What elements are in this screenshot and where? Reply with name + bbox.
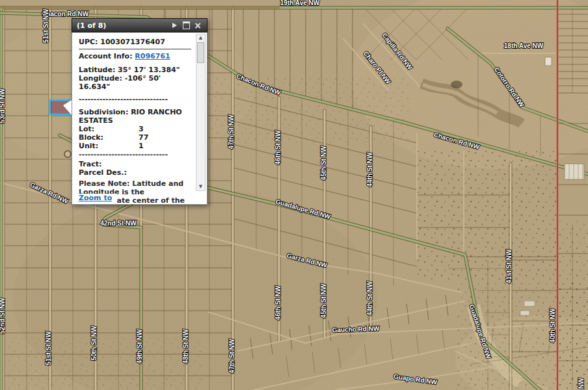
street-label: 18th Ave NW	[504, 42, 544, 49]
next-result-button[interactable]	[170, 21, 179, 30]
popup-body: UPC: 1003071376407 Account Info: R096761…	[72, 32, 207, 205]
unit-value: 1	[139, 142, 144, 150]
maximize-button[interactable]	[181, 21, 191, 30]
street-label: 45th St NW	[320, 146, 327, 180]
scroll-up-icon[interactable]: ▲	[196, 34, 205, 42]
upc-text: UPC: 1003071376407	[79, 38, 191, 46]
popup-tail-pointer	[63, 100, 72, 115]
parcel-des-label: Parcel Des.:	[79, 168, 191, 177]
street-label: 44th St NW	[366, 281, 373, 315]
street-label: 45th St NW	[320, 283, 327, 318]
separator-text: ------------------------------	[79, 95, 191, 103]
street-label: 47th St NW	[228, 339, 235, 373]
street-label: 52nd St NW	[0, 298, 6, 334]
street-label: 51st St NW	[42, 8, 49, 43]
scrollbar-thumb[interactable]	[197, 42, 204, 63]
street-label: 49th St NW	[136, 329, 143, 363]
popup-title-bar[interactable]: (1 of 8) ×	[72, 18, 207, 32]
street-label: 44th St NW	[366, 152, 373, 187]
street-label: 47th St NW	[228, 114, 235, 149]
street-label: 51st St NW	[45, 331, 52, 365]
popup-title: (1 of 8)	[77, 21, 106, 30]
lot-row: Lot:3	[79, 125, 191, 133]
street-label: NW	[578, 378, 585, 389]
maximize-icon	[183, 21, 190, 29]
lot-value: 3	[139, 125, 144, 133]
tract-label: Tract:	[79, 160, 191, 168]
parcel-info-popup: (1 of 8) × UPC: 1003071376407 Account In…	[72, 18, 207, 205]
subdivision-text: Subdivision: RIO RANCHO ESTATES	[79, 108, 191, 125]
street-label: 41st St NW	[505, 249, 513, 283]
divider	[79, 49, 191, 49]
account-info-line: Account Info: R096761	[79, 52, 191, 60]
play-icon	[172, 23, 177, 28]
scroll-down-icon[interactable]: ▼	[196, 183, 205, 190]
close-button[interactable]: ×	[193, 21, 202, 30]
street-label: 40th St NW	[549, 308, 556, 343]
latitude-text: Latitude: 35° 17' 13.384"	[79, 66, 191, 74]
longitude-text: Longitude: -106° 50' 16.634"	[79, 74, 191, 91]
street-label: 19th Ave NW	[280, 0, 320, 6]
account-info-link[interactable]: R096761	[135, 52, 170, 60]
separator-text: ------------------------------	[79, 150, 191, 159]
street-label: 53rd St NW	[0, 88, 6, 124]
street-label: 48th St NW	[182, 329, 189, 363]
block-row: Block:77	[79, 133, 191, 142]
street-label: 46th St NW	[274, 285, 282, 320]
unit-row: Unit:1	[79, 142, 191, 150]
street-label: 42nd St NW	[100, 220, 137, 227]
popup-scrollbar[interactable]: ▲ ▼	[196, 34, 206, 191]
zoom-to-link[interactable]: Zoom to	[79, 194, 112, 202]
block-value: 77	[139, 133, 148, 142]
street-label: 50th St NW	[90, 326, 98, 360]
zoom-to-container: Zoom to	[79, 194, 117, 204]
street-label: 46th St NW	[274, 130, 282, 164]
